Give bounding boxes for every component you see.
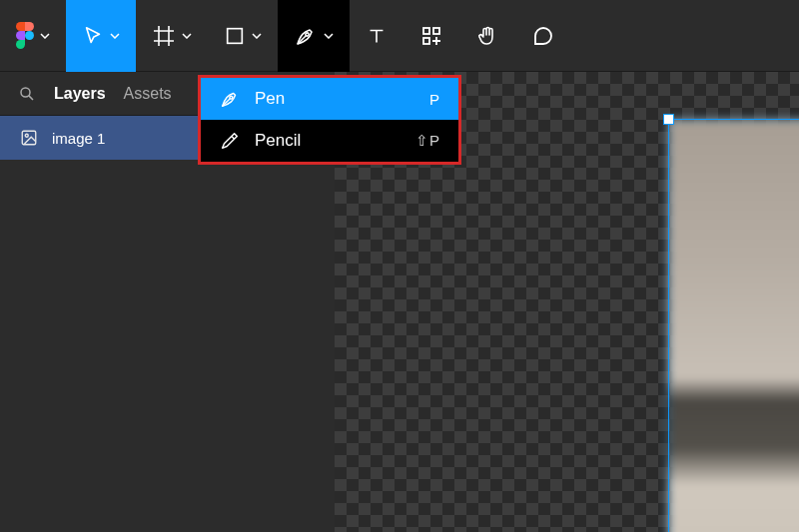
layer-label: image 1	[52, 130, 105, 147]
top-toolbar	[0, 0, 799, 72]
svg-point-2	[306, 32, 309, 35]
chevron-down-icon	[182, 33, 192, 39]
tab-layers[interactable]: Layers	[54, 85, 106, 103]
chevron-down-icon	[110, 33, 120, 39]
dropdown-item-pencil[interactable]: Pencil ⇧P	[201, 120, 458, 162]
app-root: Layers Assets image 1 Pen	[0, 0, 799, 532]
chevron-down-icon	[40, 33, 50, 39]
search-icon[interactable]	[18, 85, 36, 103]
chevron-down-icon	[324, 33, 334, 39]
dropdown-item-shortcut: ⇧P	[415, 132, 440, 150]
image-layer-icon	[20, 129, 38, 147]
shape-tool-button[interactable]	[208, 0, 278, 72]
frame-icon	[152, 24, 176, 48]
frame-tool-button[interactable]	[136, 0, 208, 72]
dropdown-item-pen[interactable]: Pen P	[201, 78, 458, 120]
cursor-icon	[82, 25, 104, 47]
resources-button[interactable]	[403, 0, 459, 72]
resources-icon	[419, 24, 443, 48]
pen-tool-dropdown: Pen P Pencil ⇧P	[198, 75, 461, 165]
svg-rect-5	[423, 38, 429, 44]
figma-logo-icon	[16, 22, 34, 49]
pen-nib-icon	[294, 24, 318, 48]
svg-rect-7	[22, 131, 36, 145]
figma-menu-button[interactable]	[0, 0, 66, 72]
text-tool-button[interactable]	[350, 0, 403, 72]
svg-point-6	[21, 88, 30, 97]
chevron-down-icon	[252, 33, 262, 39]
move-tool-button[interactable]	[66, 0, 136, 72]
dropdown-item-label: Pen	[255, 89, 415, 109]
comment-icon	[531, 24, 555, 48]
svg-rect-4	[433, 28, 439, 34]
svg-point-9	[230, 96, 233, 99]
text-icon	[366, 25, 388, 47]
comment-button[interactable]	[515, 0, 571, 72]
svg-point-8	[25, 134, 28, 137]
pen-tool-button[interactable]	[278, 0, 350, 72]
pen-nib-icon	[219, 88, 241, 110]
canvas-image[interactable]	[669, 120, 799, 532]
svg-rect-3	[423, 28, 429, 34]
hand-tool-button[interactable]	[459, 0, 515, 72]
pencil-icon	[219, 130, 241, 152]
rectangle-icon	[224, 25, 246, 47]
svg-rect-1	[228, 28, 243, 43]
dropdown-item-shortcut: P	[429, 91, 440, 108]
tab-assets[interactable]: Assets	[124, 85, 172, 103]
svg-point-0	[25, 31, 34, 40]
hand-icon	[475, 24, 499, 48]
dropdown-item-label: Pencil	[255, 131, 401, 151]
